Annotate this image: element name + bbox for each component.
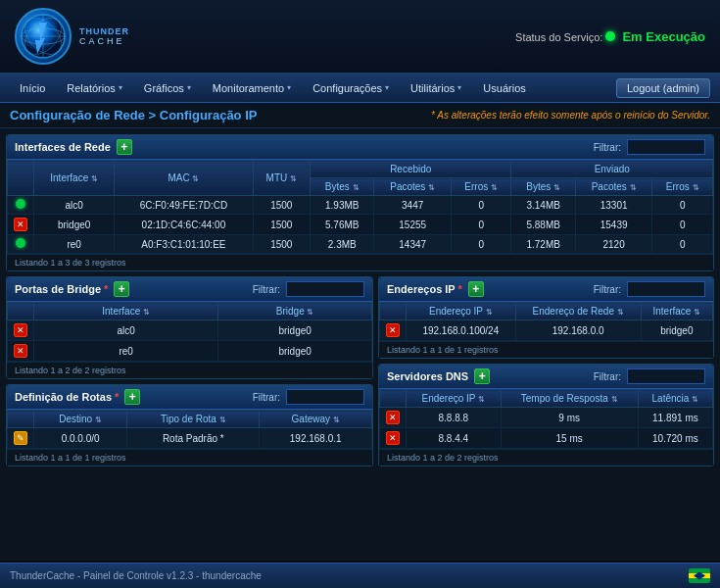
navbar: Início Relatórios ▾ Gráficos ▾ Monitoram… — [0, 74, 720, 103]
col-recv-packets: Pacotes ⇅ — [374, 178, 451, 196]
col-left: Portas de Bridge * + Filtrar: Interface … — [6, 276, 373, 471]
routes-panel: Definição de Rotas * + Filtrar: Destino … — [6, 384, 373, 466]
ip-table: Endereço IP ⇅ Endereço de Rede ⇅ Interfa… — [379, 302, 713, 341]
chevron-down-icon: ▾ — [457, 83, 461, 92]
col-recv-bytes: Bytes ⇅ — [311, 178, 374, 196]
table-row: ✎ 0.0.0.0/0 Rota Padrão * 192.168.0.1 — [8, 428, 372, 449]
chevron-down-icon: ▾ — [187, 83, 191, 92]
table-row: ✕ 8.8.4.4 15 ms 10.720 ms — [380, 428, 713, 449]
flag-diamond — [694, 572, 705, 580]
bridge-panel-title: Portas de Bridge * — [15, 283, 108, 295]
table-row: ✕ alc0 bridge0 — [8, 320, 372, 341]
bottom-bar: ThunderCache - Painel de Controle v1.2.3… — [0, 563, 720, 588]
table-row: alc0 6C:F0:49:FE:7D:CD 1500 1.93MB 3447 … — [8, 196, 713, 215]
ip-filter-label: Filtrar: — [594, 284, 621, 295]
nav-relatorios[interactable]: Relatórios ▾ — [57, 74, 132, 102]
interfaces-table: Interface ⇅ MAC ⇅ MTU ⇅ Recebido Enviado… — [7, 160, 713, 254]
interfaces-panel-title: Interfaces de Rede — [15, 141, 111, 153]
routes-footer: Listando 1 a 1 de 1 registros — [7, 449, 372, 466]
col-recv-errors: Erros ⇅ — [451, 178, 511, 196]
dns-panel-title: Servidores DNS — [387, 370, 468, 382]
status-dot-icon — [605, 31, 615, 41]
nav-monitoramento[interactable]: Monitoramento ▾ — [203, 74, 301, 102]
ip-panel-title: Endereços IP * — [387, 283, 462, 295]
table-row: ✕ 192.168.0.100/24 192.168.0.0 bridge0 — [380, 320, 713, 341]
brazil-flag-icon — [689, 568, 710, 583]
dns-table: Endereço IP ⇅ Tempo de Resposta ⇅ Latênc… — [379, 389, 713, 449]
ip-panel: Endereços IP * + Filtrar: Endereço IP ⇅ … — [378, 276, 714, 359]
status-area: Status do Serviço: Em Execução — [515, 29, 705, 44]
breadcrumb-note: * As alterações terão efeito somente apó… — [431, 110, 710, 121]
interfaces-add-button[interactable]: + — [117, 139, 132, 155]
header: THUNDER CACHE Status do Serviço: Em Exec… — [0, 0, 720, 74]
chevron-down-icon: ▾ — [119, 83, 122, 92]
interfaces-filter-label: Filtrar: — [594, 142, 621, 153]
nav-inicio[interactable]: Início — [10, 74, 55, 102]
nav-configuracoes[interactable]: Configurações ▾ — [303, 74, 399, 102]
edit-icon[interactable]: ✎ — [14, 431, 27, 445]
logo-thunder: THUNDER — [79, 26, 129, 36]
dns-filter-input[interactable] — [627, 368, 705, 384]
main-content: Interfaces de Rede + Filtrar: Interface … — [0, 128, 720, 561]
status-text: Em Execução — [622, 29, 705, 44]
routes-add-button[interactable]: + — [124, 389, 140, 405]
col-send-bytes: Bytes ⇅ — [511, 178, 575, 196]
nav-usuarios[interactable]: Usuários — [473, 74, 535, 102]
breadcrumb-bar: Configuração de Rede > Configuração IP *… — [0, 103, 720, 128]
interfaces-filter-input[interactable] — [627, 139, 705, 155]
table-row: ✕ 8.8.8.8 9 ms 11.891 ms — [380, 408, 713, 428]
dns-filter-label: Filtrar: — [594, 371, 621, 382]
chevron-down-icon: ▾ — [385, 83, 389, 92]
routes-panel-header: Definição de Rotas * + Filtrar: — [7, 385, 372, 410]
dns-panel: Servidores DNS + Filtrar: Endereço IP ⇅ … — [378, 364, 714, 466]
routes-filter-label: Filtrar: — [253, 392, 280, 403]
table-row: ✕ re0 bridge0 — [8, 341, 372, 362]
status-green-icon — [16, 238, 25, 248]
col-send-errors: Erros ⇅ — [652, 178, 713, 196]
bridge-footer: Listando 1 a 2 de 2 registros — [7, 362, 372, 378]
routes-filter-input[interactable] — [286, 389, 364, 405]
ip-filter-input[interactable] — [627, 281, 705, 297]
table-row: re0 A0:F3:C1:01:10:EE 1500 2.3MB 14347 0… — [8, 235, 713, 254]
bottom-text: ThunderCache - Painel de Controle v1.2.3… — [10, 570, 262, 581]
recebido-header: Recebido — [311, 161, 511, 178]
logo-cache: CACHE — [79, 36, 129, 46]
chevron-down-icon: ▾ — [287, 83, 291, 92]
delete-icon[interactable]: ✕ — [386, 323, 400, 337]
logo: THUNDER CACHE — [15, 8, 129, 65]
interfaces-panel: Interfaces de Rede + Filtrar: Interface … — [6, 134, 714, 271]
dns-footer: Listando 1 a 2 de 2 registros — [379, 449, 713, 466]
col-right: Endereços IP * + Filtrar: Endereço IP ⇅ … — [378, 276, 714, 471]
bridge-table: Interface ⇅ Bridge ⇅ ✕ alc0 bridge0 ✕ re… — [7, 302, 372, 362]
nav-utilitarios[interactable]: Utilitários ▾ — [401, 74, 471, 102]
routes-panel-title: Definição de Rotas * — [15, 391, 119, 403]
breadcrumb: Configuração de Rede > Configuração IP — [10, 108, 257, 122]
status-label: Status do Serviço: — [515, 31, 602, 43]
delete-icon[interactable]: ✕ — [14, 323, 27, 337]
bridge-panel-header: Portas de Bridge * + Filtrar: — [7, 277, 372, 302]
bridge-filter-input[interactable] — [286, 281, 364, 297]
routes-table: Destino ⇅ Tipo de Rota ⇅ Gateway ⇅ ✎ 0.0… — [7, 410, 372, 449]
enviado-header: Enviado — [511, 161, 713, 178]
delete-icon[interactable]: ✕ — [386, 431, 400, 445]
delete-icon[interactable]: ✕ — [386, 411, 400, 424]
ip-add-button[interactable]: + — [468, 281, 484, 297]
interfaces-panel-header: Interfaces de Rede + Filtrar: — [7, 135, 713, 160]
dns-panel-header: Servidores DNS + Filtrar: — [379, 365, 713, 389]
table-row: ✕ bridge0 02:1D:C4:6C:44:00 1500 5.76MB … — [8, 215, 713, 235]
col-send-packets: Pacotes ⇅ — [575, 178, 651, 196]
logout-button[interactable]: Logout (admin) — [616, 78, 710, 98]
bridge-panel: Portas de Bridge * + Filtrar: Interface … — [6, 276, 373, 379]
logo-icon — [15, 8, 72, 65]
interfaces-footer: Listando 1 a 3 de 3 registros — [7, 254, 713, 270]
bridge-filter-label: Filtrar: — [253, 284, 280, 295]
nav-graficos[interactable]: Gráficos ▾ — [134, 74, 201, 102]
dns-add-button[interactable]: + — [474, 368, 490, 384]
ip-panel-header: Endereços IP * + Filtrar: — [379, 277, 713, 302]
status-red-icon: ✕ — [14, 218, 27, 231]
status-green-icon — [16, 199, 25, 209]
ip-footer: Listando 1 a 1 de 1 registros — [379, 341, 713, 358]
bridge-add-button[interactable]: + — [114, 281, 129, 297]
delete-icon[interactable]: ✕ — [14, 344, 27, 358]
two-col-section: Portas de Bridge * + Filtrar: Interface … — [6, 276, 714, 471]
